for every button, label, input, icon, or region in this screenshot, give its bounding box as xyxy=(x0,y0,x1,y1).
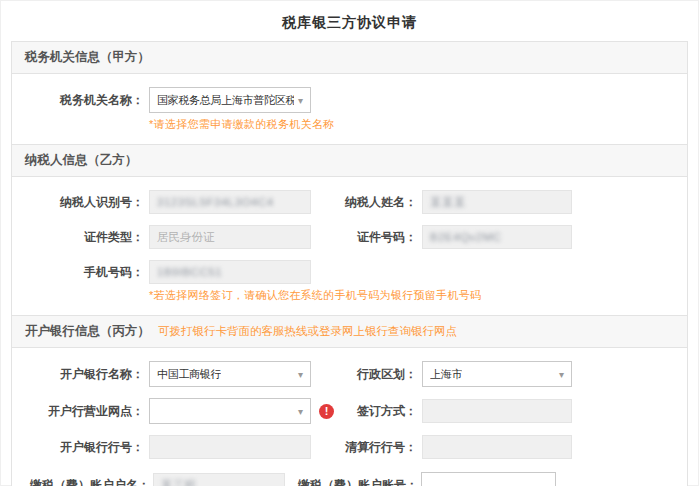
section-header-taxpayer: 纳税人信息（乙方） xyxy=(12,144,687,177)
taxpayer-name-redacted-value: 某某某 xyxy=(430,196,466,208)
mobile-hint: *若选择网络签订，请确认您在系统的手机号码为银行预留手机号码 xyxy=(149,288,687,303)
branch-select[interactable]: ▾ xyxy=(149,398,311,424)
field-row-bank-4: 缴税（费）账户户名： 某三旺 缴税（费）账户账号： xyxy=(12,472,687,486)
section-title-bank: 开户银行信息（丙方） xyxy=(25,323,150,340)
section-header-tax-authority: 税务机关信息（甲方） xyxy=(12,42,687,74)
field-row-taxpayer-1: 纳税人识别号： 3123SL5F34L3O4C4 纳税人姓名： 某某某 xyxy=(12,190,687,214)
field-row-taxpayer-2: 证件类型： 居民身份证 证件号码： B2E4Qv2MC xyxy=(12,225,687,249)
mobile-field: 1B9IBCC51 xyxy=(149,260,311,284)
region-label: 行政区划： xyxy=(311,366,417,383)
clearing-no-field xyxy=(422,435,572,459)
branch-label: 开户行营业网点： xyxy=(12,403,144,420)
field-row-authority-name: 税务机关名称： 国家税务总局上海市普陀区税务局 ▾ xyxy=(12,87,687,113)
authority-name-value: 国家税务总局上海市普陀区税务局 xyxy=(157,93,294,108)
mobile-label: 手机号码： xyxy=(12,264,144,281)
cert-type-label: 证件类型： xyxy=(12,229,144,246)
clearing-no-label: 清算行行号： xyxy=(311,439,417,456)
field-row-bank-2: 开户行营业网点： ▾ ! 签订方式： xyxy=(12,398,687,424)
section-header-bank: 开户银行信息（丙方） 可拨打银行卡背面的客服热线或登录网上银行查询银行网点 xyxy=(12,315,687,348)
section-title-taxpayer: 纳税人信息（乙方） xyxy=(25,152,138,169)
account-no-label: 缴税（费）账户账号： xyxy=(298,477,418,486)
taxpayer-id-field: 3123SL5F34L3O4C4 xyxy=(149,190,311,214)
cert-type-field: 居民身份证 xyxy=(149,225,311,249)
authority-name-select[interactable]: 国家税务总局上海市普陀区税务局 ▾ xyxy=(149,87,311,113)
bank-name-select[interactable]: 中国工商银行 ▾ xyxy=(149,361,311,387)
field-row-bank-1: 开户银行名称： 中国工商银行 ▾ 行政区划： 上海市 ▾ xyxy=(12,361,687,387)
taxpayer-id-label: 纳税人识别号： xyxy=(12,194,144,211)
bank-name-label: 开户银行名称： xyxy=(12,366,144,383)
sign-method-field xyxy=(422,399,572,423)
error-icon: ! xyxy=(319,404,334,419)
taxpayer-name-label: 纳税人姓名： xyxy=(311,194,417,211)
chevron-down-icon: ▾ xyxy=(559,369,564,380)
chevron-down-icon: ▾ xyxy=(298,369,303,380)
field-row-taxpayer-3: 手机号码： 1B9IBCC51 xyxy=(12,260,687,284)
chevron-down-icon: ▾ xyxy=(298,95,303,106)
cert-no-field: B2E4Qv2MC xyxy=(422,225,572,249)
region-select[interactable]: 上海市 ▾ xyxy=(422,361,572,387)
field-row-bank-3: 开户银行行号： 清算行行号： xyxy=(12,435,687,459)
account-no-input[interactable] xyxy=(421,472,556,486)
account-name-redacted-value: 某三旺 xyxy=(161,479,197,486)
section-body-tax-authority: 税务机关名称： 国家税务总局上海市普陀区税务局 ▾ *请选择您需申请缴款的税务机… xyxy=(12,74,687,144)
taxpayer-id-redacted-value: 3123SL5F34L3O4C4 xyxy=(157,196,274,208)
section-title-tax-authority: 税务机关信息（甲方） xyxy=(25,49,150,66)
page-title: 税库银三方协议申请 xyxy=(1,1,698,41)
sign-method-label: 签订方式： xyxy=(334,403,417,420)
section-body-taxpayer: 纳税人识别号： 3123SL5F34L3O4C4 纳税人姓名： 某某某 证件类型… xyxy=(12,177,687,315)
bank-no-field xyxy=(149,435,311,459)
authority-name-label: 税务机关名称： xyxy=(12,92,144,109)
page: 税库银三方协议申请 税务机关信息（甲方） 税务机关名称： 国家税务总局上海市普陀… xyxy=(0,0,699,486)
account-name-field: 某三旺 xyxy=(153,473,285,486)
cert-no-label: 证件号码： xyxy=(311,229,417,246)
bank-name-value: 中国工商银行 xyxy=(157,367,221,382)
taxpayer-name-field: 某某某 xyxy=(422,190,572,214)
bank-section-hint: 可拨打银行卡背面的客服热线或登录网上银行查询银行网点 xyxy=(158,324,457,339)
bank-no-label: 开户银行行号： xyxy=(12,439,144,456)
form-container: 税务机关信息（甲方） 税务机关名称： 国家税务总局上海市普陀区税务局 ▾ *请选… xyxy=(11,41,688,486)
mobile-redacted-value: 1B9IBCC51 xyxy=(157,266,222,278)
chevron-down-icon: ▾ xyxy=(298,406,303,417)
account-name-label: 缴税（费）账户户名： xyxy=(30,477,150,486)
authority-name-hint: *请选择您需申请缴款的税务机关名称 xyxy=(149,117,687,132)
region-value: 上海市 xyxy=(430,367,462,382)
cert-no-redacted-value: B2E4Qv2MC xyxy=(430,231,502,243)
section-body-bank: 开户银行名称： 中国工商银行 ▾ 行政区划： 上海市 ▾ 开户行营业网点： ▾ … xyxy=(12,348,687,486)
